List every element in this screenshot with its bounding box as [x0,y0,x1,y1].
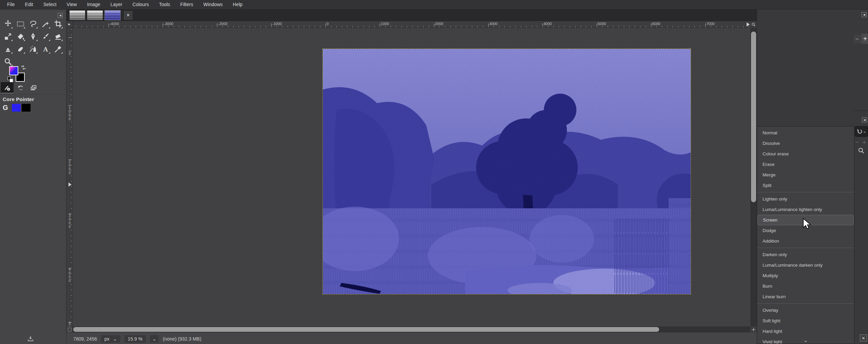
canvas-viewport[interactable] [73,28,750,326]
vertical-ruler[interactable]: 010002000300040005000 [66,28,73,326]
foreground-color-swatch[interactable] [9,66,18,75]
mode-item-colour-erase[interactable]: Colour erase [757,149,854,159]
dock-tab-undo-history[interactable] [14,82,27,94]
shrink-icon[interactable]: − [854,139,861,145]
mode-item-luma-luminance-darken-only[interactable]: Luma/Luminance darken only [757,260,854,270]
mode-item-linear-burn[interactable]: Linear burn [757,291,854,302]
mode-item-multiply[interactable]: Multiply [757,270,854,281]
horizontal-ruler[interactable]: -4000-3000-2000-100001000200030004000500… [73,21,750,28]
mode-separator [757,192,854,192]
mode-item-soft-light[interactable]: Soft light [757,316,854,326]
mode-item-addition[interactable]: Addition [757,236,854,246]
enlarge-icon[interactable]: + [861,34,868,44]
crop-tool-icon[interactable] [52,18,64,30]
gimp-window: { "menu": { "items": ["File","Edit","Sel… [0,0,868,344]
menu-tools[interactable]: Tools [154,0,175,9]
vertical-scrollbar[interactable] [750,28,757,326]
menu-colours[interactable]: Colours [127,0,154,9]
vertical-scrollbar-thumb[interactable] [751,32,756,202]
collapse-left-icon[interactable]: ◀ [862,12,867,17]
mode-item-lighten-only[interactable]: Lighten only [757,194,854,204]
airbrush-tool-icon[interactable] [27,43,39,55]
canvas-image[interactable] [322,49,691,294]
status-bar: 7809, 2456 px ⌄ 15.9 % ⌄ (none) (932.3 M… [66,334,757,344]
menu-edit[interactable]: Edit [20,0,38,9]
zoom-follow-window-icon[interactable] [750,21,757,28]
image-thumbnail-3[interactable] [104,10,121,20]
navigation-button[interactable] [750,326,757,332]
clone-tool-icon[interactable] [2,43,14,55]
paintbrush-tool-icon[interactable] [39,30,52,43]
dock-tab-images[interactable] [27,82,40,94]
image-thumbnail-2[interactable] [87,10,103,20]
bucket-fill-tool-icon[interactable] [14,30,27,43]
collapse-left-icon[interactable]: ◀ [862,117,867,122]
color-picker-tool-icon[interactable] [52,43,64,55]
zoom-level[interactable]: 15.9 % [124,335,146,343]
menu-bar: FileEditSelectViewImageLayerColoursTools… [0,0,868,9]
device-tool-icon[interactable]: G [3,104,11,112]
smudge-tool-icon[interactable] [14,43,27,55]
save-icon[interactable] [27,335,34,342]
ruler-menu-button[interactable]: ▶ [66,21,73,28]
dock-tab-device-status[interactable]: i [1,82,14,94]
shrink-icon[interactable]: − [853,35,861,43]
hruler-label: -3000 [164,22,173,26]
vruler-label: 3000 [67,214,72,229]
move-tool-icon[interactable] [2,18,14,30]
mode-separator [757,248,854,248]
swap-colors-icon[interactable] [20,64,26,71]
mode-item-screen[interactable]: Screen [757,215,854,225]
toolbox: A [2,18,65,68]
transform-tool-icon[interactable] [2,30,14,43]
mode-item-darken-only[interactable]: Darken only [757,249,854,260]
menu-view[interactable]: View [62,0,82,9]
menu-layer[interactable]: Layer [105,0,127,9]
mode-item-erase[interactable]: Erase [757,159,854,170]
enlarge-icon[interactable]: + [861,139,868,145]
close-icon[interactable]: ✕ [860,335,867,342]
layer-mode-popup: NormalDissolveColour eraseEraseMergeSpli… [757,126,854,344]
menu-arrow-icon: ▶ [68,23,70,26]
mode-item-dodge[interactable]: Dodge [757,225,854,236]
mode-item-normal[interactable]: Normal [757,128,854,138]
mode-item-dissolve[interactable]: Dissolve [757,138,854,149]
collapse-left-icon[interactable]: ◀ [58,13,63,18]
device-foreground-swatch[interactable] [12,104,21,112]
menu-help[interactable]: Help [228,0,248,9]
quick-mask-toggle[interactable] [66,326,73,332]
status-message: (none) (932.3 MB) [163,336,201,342]
rectangle-select-tool-icon[interactable] [14,18,27,30]
device-background-swatch[interactable] [22,104,31,112]
ink-tool-icon[interactable] [27,30,39,43]
mode-item-merge[interactable]: Merge [757,170,854,180]
eraser-tool-icon[interactable] [52,30,64,43]
device-status-panel: Core Pointer G [3,96,65,112]
mode-item-split[interactable]: Split [757,180,854,191]
pointer-position: 7809, 2456 [73,336,97,342]
mode-item-overlay[interactable]: Overlay [757,305,854,316]
mode-item-luma-luminance-lighten-only[interactable]: Luma/Luminance lighten only [757,204,854,215]
menu-windows[interactable]: Windows [198,0,228,9]
horizontal-scrollbar[interactable] [73,326,750,332]
hruler-label: 3000 [489,22,497,26]
text-tool-icon[interactable]: A [39,43,52,55]
menu-image[interactable]: Image [82,0,105,9]
menu-filters[interactable]: Filters [175,0,198,9]
zoom-select-chevron-icon[interactable]: ⌄ [150,335,159,343]
free-select-tool-icon[interactable] [27,18,39,30]
vertical-ruler-pointer-icon [68,183,72,187]
mode-item-hard-light[interactable]: Hard light [757,326,854,337]
image-thumbnail-1[interactable] [69,10,85,20]
unit-select[interactable]: px ⌄ [101,335,120,343]
horizontal-scrollbar-thumb[interactable] [73,327,659,332]
scroll-more-chevron-icon[interactable]: ⌄ [757,338,854,343]
menu-select[interactable]: Select [38,0,62,9]
landscape-photo [323,49,691,294]
menu-file[interactable]: File [2,0,20,9]
fuzzy-select-tool-icon[interactable] [39,18,52,30]
layer-mode-switch-button[interactable]: ⌄ [855,126,868,137]
mode-item-burn[interactable]: Burn [757,281,854,291]
search-icon[interactable] [856,146,866,155]
close-tab-icon[interactable]: ✕ [124,11,132,19]
